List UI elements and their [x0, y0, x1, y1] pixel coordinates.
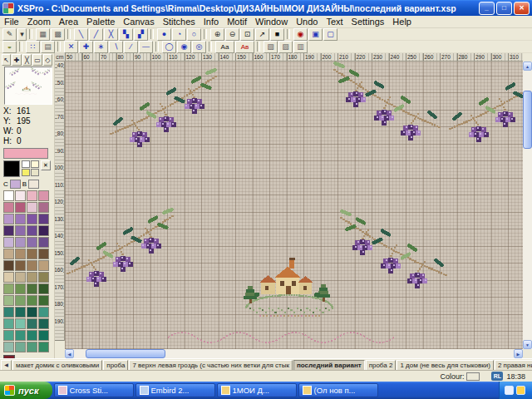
menu-area[interactable]: Area — [55, 16, 82, 28]
tool-star-stitch[interactable]: ∗ — [94, 41, 108, 53]
black-swatch[interactable] — [3, 160, 20, 177]
menu-palette[interactable]: Palette — [82, 16, 119, 28]
scroll-down-button[interactable]: ▼ — [523, 340, 532, 349]
menu-help[interactable]: Help — [388, 16, 416, 28]
tool-grid-view[interactable]: ▦ — [36, 28, 50, 41]
palette-swatch[interactable] — [38, 202, 49, 213]
taskbar-task[interactable]: Embird 2... — [135, 383, 215, 397]
palette-swatch[interactable] — [3, 318, 14, 329]
palette-swatch[interactable] — [15, 202, 26, 213]
vertical-scroll-thumb[interactable] — [523, 91, 532, 149]
scroll-up-button[interactable]: ▲ — [523, 62, 532, 71]
palette-swatch[interactable] — [3, 225, 14, 236]
tool-fill-diag-1[interactable]: ▧ — [264, 41, 278, 53]
document-tab[interactable]: 1 дом (не весь для стыковки) — [397, 360, 494, 370]
tool-stitch-tool[interactable]: ╳ — [22, 54, 32, 66]
palette-swatch[interactable] — [27, 272, 37, 283]
palette-swatch[interactable] — [15, 307, 26, 318]
palette-swatch[interactable] — [38, 272, 49, 283]
tool-zoom-out[interactable]: ⊖ — [225, 28, 239, 41]
palette-swatch[interactable] — [15, 283, 26, 294]
taskbar-task[interactable]: (Ол нов п... — [298, 383, 378, 397]
scroll-left-button[interactable]: ◀ — [65, 349, 74, 358]
tool-cross-cursor[interactable]: ✚ — [12, 54, 21, 66]
palette-swatch[interactable] — [27, 260, 37, 271]
document-tab[interactable]: последний вариант — [293, 360, 365, 370]
palette-swatch[interactable] — [27, 342, 37, 352]
c-color-swatch[interactable] — [10, 180, 21, 189]
menu-canvas[interactable]: Canvas — [119, 16, 158, 28]
palette-swatch[interactable] — [27, 318, 37, 329]
palette-swatch[interactable] — [27, 283, 37, 294]
palette-swatch[interactable] — [38, 318, 49, 329]
palette-swatch[interactable] — [38, 249, 49, 259]
tool-french-knot[interactable]: ● — [157, 28, 171, 41]
palette-swatch[interactable] — [3, 307, 14, 318]
menu-settings[interactable]: Settings — [347, 16, 389, 28]
document-tab[interactable]: 7 верхн левая гроздь (с частью них ветки… — [129, 360, 293, 370]
palette-swatch[interactable] — [3, 202, 14, 213]
tool-three-quarter-stitch-1[interactable]: ▚ — [119, 28, 133, 41]
tool-pencil-dropdown[interactable]: ▾ — [17, 28, 27, 41]
tool-fill-vert[interactable]: ▥ — [293, 41, 308, 53]
minimize-button[interactable]: _ — [479, 2, 495, 15]
tool-three-quarter-stitch-2[interactable]: ▞ — [134, 28, 148, 41]
palette-swatch[interactable] — [3, 283, 14, 294]
vertical-scrollbar[interactable]: ▲ ▼ — [523, 62, 532, 349]
tool-rect-select[interactable]: ▭ — [32, 54, 42, 66]
palette-swatch[interactable] — [27, 249, 37, 259]
menu-stitches[interactable]: Stitches — [159, 16, 200, 28]
palette-swatch[interactable] — [3, 260, 14, 271]
tab-scroll-left-button[interactable]: ◀ — [1, 360, 12, 370]
tool-zoom-area[interactable]: ⊡ — [240, 28, 254, 41]
title-bar[interactable]: XSPro - C:\Documents and Settings\Rimma\… — [0, 0, 532, 16]
menu-zoom[interactable]: Zoom — [23, 16, 55, 28]
tool-pattern-dots[interactable]: ∷ — [26, 41, 40, 53]
palette-swatch[interactable] — [27, 190, 37, 201]
palette-swatch[interactable] — [3, 214, 14, 224]
menu-window[interactable]: Window — [251, 16, 292, 28]
palette-swatch[interactable] — [15, 249, 26, 259]
palette-swatch[interactable] — [3, 272, 14, 283]
pattern-preview[interactable] — [4, 66, 52, 105]
tool-font-normal[interactable]: Aa — [215, 41, 234, 53]
palette-swatch[interactable] — [27, 307, 37, 318]
palette-swatch[interactable] — [15, 237, 26, 248]
taskbar-task[interactable]: 1МОИ Д... — [217, 383, 297, 397]
palette-swatch[interactable] — [15, 272, 26, 283]
palette-swatch[interactable] — [38, 295, 49, 306]
palette-swatch[interactable] — [15, 318, 26, 329]
palette-swatch[interactable] — [27, 295, 37, 306]
tool-block-view[interactable]: ▩ — [51, 28, 65, 41]
vertical-scroll-track[interactable] — [523, 71, 532, 340]
tool-circle-outline[interactable]: ◯ — [162, 41, 176, 53]
palette-swatch[interactable] — [15, 260, 26, 271]
palette-swatch[interactable] — [38, 260, 49, 271]
palette-swatch[interactable] — [27, 330, 37, 341]
tool-upright-cross[interactable]: ✚ — [79, 41, 93, 53]
document-tab[interactable]: проба 2 — [366, 360, 397, 370]
taskbar-task[interactable]: Cross Sti... — [54, 383, 134, 397]
palette-swatch[interactable] — [3, 190, 14, 201]
palette-swatch[interactable] — [38, 190, 49, 201]
tool-diamond-tool[interactable]: ◇ — [43, 54, 52, 66]
menu-file[interactable]: File — [0, 16, 23, 28]
document-tab[interactable]: макет домик с оливковыми — [12, 360, 102, 370]
current-color-swatch[interactable] — [3, 148, 48, 159]
remove-color-button[interactable]: ✕ — [41, 160, 51, 170]
quick-swatch[interactable] — [31, 169, 39, 176]
tool-backstitch-right[interactable]: ∕ — [124, 41, 138, 53]
palette-swatch[interactable] — [38, 214, 49, 224]
palette-swatch[interactable] — [38, 225, 49, 236]
scroll-right-button[interactable]: ▶ — [514, 349, 523, 358]
tool-straight-stitch[interactable]: — — [139, 41, 153, 53]
palette-swatch[interactable] — [3, 237, 14, 248]
tray-icon[interactable] — [516, 386, 525, 395]
palette-swatch[interactable] — [15, 225, 26, 236]
palette-swatch[interactable] — [27, 237, 37, 248]
palette-swatch[interactable] — [27, 214, 37, 224]
tool-backstitch-left[interactable]: ∖ — [109, 41, 123, 53]
document-tab[interactable]: проба — [103, 360, 128, 370]
start-button[interactable]: пуск — [0, 382, 52, 399]
tool-zoom-in[interactable]: ⊕ — [210, 28, 224, 41]
